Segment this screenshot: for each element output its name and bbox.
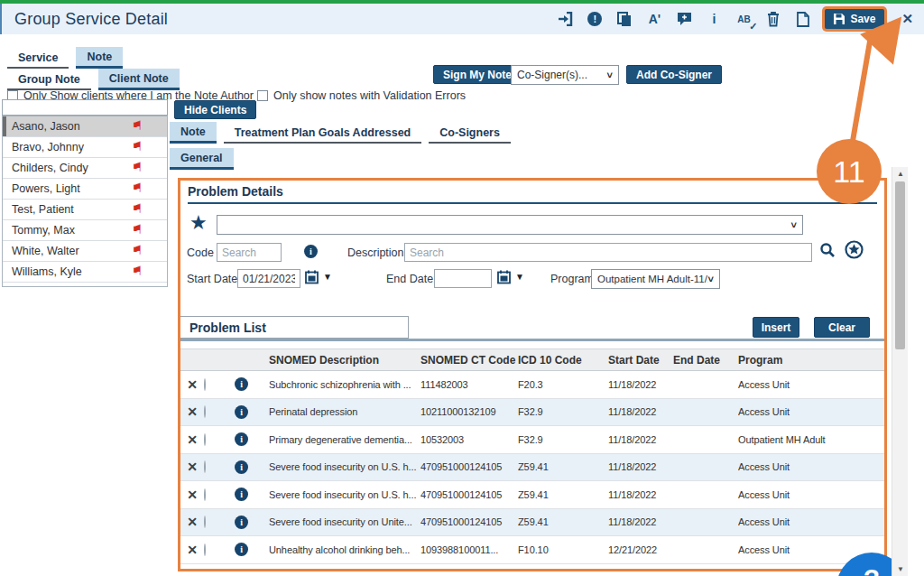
- close-icon[interactable]: ✕: [901, 11, 913, 27]
- spell-check-icon[interactable]: AB✓: [735, 11, 752, 27]
- scroll-up-icon[interactable]: ▲: [892, 170, 909, 178]
- general-tab-row: General: [170, 148, 234, 170]
- client-list-item[interactable]: Tommy, Max⚑: [3, 220, 167, 241]
- tab-general[interactable]: General: [170, 148, 234, 170]
- info-icon[interactable]: i: [706, 11, 722, 27]
- description-cell: Severe food insecurity on U.S. h...: [269, 461, 420, 472]
- tab-group-note[interactable]: Group Note: [7, 70, 91, 90]
- program-cell: Access Unit: [738, 379, 884, 390]
- chevron-down-icon: ˅: [791, 219, 797, 230]
- favorites-circled-star-icon[interactable]: [845, 240, 864, 259]
- client-list-item[interactable]: Asano, Jason⚑: [3, 116, 167, 137]
- problem-row: ✕iPrimary degenerative dementia...105320…: [180, 426, 884, 454]
- hide-clients-button[interactable]: Hide Clients: [174, 100, 256, 119]
- client-name: Williams, Kyle: [12, 265, 82, 278]
- end-date-input[interactable]: [434, 269, 492, 288]
- row-info-icon[interactable]: i: [235, 432, 248, 446]
- row-radio-button[interactable]: [204, 516, 206, 528]
- add-comment-icon[interactable]: [676, 11, 692, 27]
- remove-row-icon[interactable]: ✕: [180, 488, 204, 502]
- clear-button[interactable]: Clear: [814, 317, 870, 338]
- add-cosigner-button[interactable]: Add Co-Signer: [626, 65, 722, 84]
- alert-icon[interactable]: !: [587, 11, 603, 27]
- calendar-icon[interactable]: [497, 270, 511, 284]
- flag-icon: ⚑: [132, 119, 143, 132]
- tab-client-note[interactable]: Client Note: [98, 69, 180, 90]
- tab-service[interactable]: Service: [7, 48, 69, 69]
- insert-button[interactable]: Insert: [753, 317, 799, 338]
- snomed-code-cell: 10211000132109: [420, 406, 518, 417]
- client-name: Tommy, Max: [12, 224, 75, 237]
- client-list: Asano, Jason⚑Bravo, Johnny⚑Childers, Cin…: [2, 116, 168, 287]
- start-date-input[interactable]: [237, 269, 300, 288]
- scroll-down-icon[interactable]: ▼: [892, 565, 909, 573]
- validation-errors-checkbox[interactable]: [257, 90, 268, 101]
- icd10-cell: F32.9: [518, 406, 608, 417]
- tab-cosigners[interactable]: Co-Signers: [429, 123, 511, 144]
- copy-icon[interactable]: [616, 11, 633, 27]
- info-icon[interactable]: i: [304, 245, 318, 258]
- program-select[interactable]: Outpatient MH Adult-11/10/ ˅: [591, 269, 720, 289]
- client-search-input[interactable]: [2, 99, 168, 116]
- client-list-item[interactable]: Childers, Cindy⚑: [3, 158, 167, 179]
- row-radio-button[interactable]: [204, 543, 206, 556]
- client-list-item[interactable]: White, Walter⚑: [3, 241, 167, 262]
- row-radio-button[interactable]: [204, 488, 206, 501]
- tab-note-detail[interactable]: Note: [170, 122, 217, 144]
- remove-row-icon[interactable]: ✕: [180, 432, 204, 447]
- new-document-icon[interactable]: [795, 11, 811, 27]
- client-name: Powers, Light: [12, 182, 80, 195]
- start-date-cell: 11/18/2022: [608, 461, 673, 472]
- remove-row-icon[interactable]: ✕: [180, 460, 204, 474]
- client-list-item[interactable]: Test, Patient⚑: [3, 200, 167, 220]
- floppy-icon: [834, 14, 845, 24]
- validation-errors-label: Only show notes with Validation Errors: [273, 89, 466, 102]
- flag-icon: ⚑: [132, 265, 143, 277]
- description-cell: Severe food insecurity on Unite...: [269, 516, 420, 527]
- start-date-label: Start Date:: [187, 273, 241, 285]
- save-button[interactable]: Save: [825, 9, 884, 29]
- client-list-item[interactable]: Williams, Kyle⚑: [3, 262, 167, 283]
- remove-row-icon[interactable]: ✕: [180, 543, 204, 557]
- favorite-star-icon[interactable]: ★: [189, 213, 208, 233]
- description-cell: Severe food insecurity on U.S. h...: [269, 489, 420, 500]
- row-info-icon[interactable]: i: [235, 377, 248, 391]
- row-info-icon[interactable]: i: [235, 405, 248, 419]
- exit-icon[interactable]: [557, 11, 573, 27]
- row-radio-button[interactable]: [204, 433, 206, 446]
- tab-note[interactable]: Note: [76, 47, 123, 69]
- program-cell: Outpatient MH Adult: [738, 434, 884, 445]
- font-size-icon[interactable]: A': [646, 11, 662, 27]
- description-search-input[interactable]: [404, 243, 812, 262]
- row-radio-button[interactable]: [204, 460, 206, 473]
- delete-icon[interactable]: [765, 11, 781, 27]
- remove-row-icon[interactable]: ✕: [180, 404, 204, 419]
- client-list-item[interactable]: Bravo, Johnny⚑: [3, 137, 167, 158]
- note-subtabs: Note Treatment Plan Goals Addressed Co-S…: [170, 122, 511, 144]
- remove-row-icon[interactable]: ✕: [180, 515, 204, 529]
- calendar-dropdown-caret[interactable]: ▼: [323, 272, 332, 282]
- row-info-icon[interactable]: i: [235, 460, 248, 474]
- client-name: White, Walter: [12, 245, 79, 257]
- calendar-dropdown-caret[interactable]: ▼: [515, 272, 524, 282]
- program-cell: Access Unit: [738, 461, 884, 472]
- vertical-scrollbar[interactable]: ▲ ▼: [892, 167, 908, 576]
- search-icon[interactable]: [819, 242, 836, 258]
- problem-row: ✕iSubchronic schizophrenia with ...11148…: [180, 371, 884, 399]
- column-header: Start Date: [608, 354, 673, 367]
- row-info-icon[interactable]: i: [235, 488, 248, 501]
- start-date-cell: 12/21/2022: [608, 544, 673, 555]
- scrollbar-thumb[interactable]: [895, 181, 905, 349]
- row-info-icon[interactable]: i: [235, 516, 248, 529]
- client-list-item[interactable]: Powers, Light⚑: [3, 179, 167, 200]
- cosigner-select[interactable]: Co-Signer(s)... ˅: [511, 65, 619, 85]
- row-radio-button[interactable]: [204, 378, 206, 391]
- row-info-icon[interactable]: i: [235, 543, 248, 556]
- calendar-icon[interactable]: [305, 270, 319, 284]
- tab-treatment-plan-goals[interactable]: Treatment Plan Goals Addressed: [224, 123, 421, 144]
- row-radio-button[interactable]: [204, 405, 206, 418]
- code-search-input[interactable]: [217, 243, 282, 262]
- icd10-cell: F10.10: [518, 544, 608, 555]
- remove-row-icon[interactable]: ✕: [180, 377, 204, 392]
- problem-favorites-select[interactable]: ˅: [217, 215, 803, 235]
